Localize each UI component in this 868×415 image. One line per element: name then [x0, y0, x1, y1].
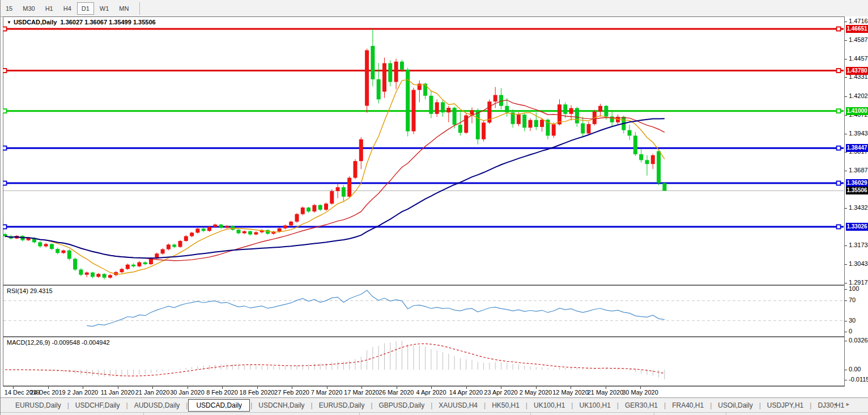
- macd-axis-tick: 0.00: [849, 366, 861, 372]
- rsi-canvas[interactable]: [3, 285, 845, 337]
- time-axis-label: 2 May 2020: [520, 389, 552, 396]
- timeframe-button-M30[interactable]: M30: [18, 2, 39, 15]
- rsi-axis-tick: 70: [849, 297, 856, 303]
- macd-indicator-panel[interactable]: MACD(12,26,9) -0.009548 -0.004942: [3, 337, 845, 386]
- price-chart-canvas[interactable]: [3, 16, 845, 285]
- tab-separator: |: [617, 401, 619, 409]
- time-axis-label: 26 Mar 2020: [379, 389, 414, 396]
- rsi-indicator-panel[interactable]: RSI(14) 29.4315: [3, 285, 845, 337]
- chart-tab-usoil-daily[interactable]: USOil,Daily: [712, 400, 758, 411]
- timeframe-button-H4[interactable]: H4: [59, 2, 76, 15]
- time-axis-label: 2 Jan 2020: [67, 389, 98, 396]
- time-axis-label: 30 May 2020: [622, 389, 658, 396]
- chart-tab-eurusd-daily[interactable]: EURUSD,Daily: [313, 400, 371, 411]
- time-axis-label: 30 Jan 2020: [170, 389, 205, 396]
- price-axis[interactable]: 1.471651.458701.445751.433151.420201.407…: [845, 16, 868, 386]
- tab-separator: |: [571, 401, 573, 409]
- chart-tab-usdcnh-daily[interactable]: USDCNH,Daily: [253, 400, 310, 411]
- rsi-axis-tick: 0: [849, 328, 852, 334]
- chart-tab-usdcad-daily[interactable]: USDCAD,Daily: [188, 399, 250, 412]
- time-axis-label: 23 Apr 2020: [484, 389, 517, 396]
- tab-separator: |: [710, 401, 712, 409]
- time-axis-label: 27 Feb 2020: [274, 389, 309, 396]
- price-chart-panel[interactable]: ▼USDCAD,Daily 1.36027 1.36067 1.35499 1.…: [3, 16, 845, 285]
- time-axis-label: 18 Feb 2020: [240, 389, 275, 396]
- chart-tab-usdjpy-h1[interactable]: USDJPY,H1: [761, 400, 809, 411]
- time-axis-label: 24 Dec 2019: [30, 389, 65, 396]
- time-axis-label: 12 May 2020: [552, 389, 589, 396]
- current-price-badge: 1.35506: [846, 187, 868, 194]
- tab-scroll-arrows[interactable]: ◄►: [832, 401, 858, 407]
- time-axis[interactable]: 14 Dec 201924 Dec 20192 Jan 202011 Jan 2…: [3, 386, 845, 398]
- chart-tab-gbpusd-daily[interactable]: GBPUSD,Daily: [373, 400, 431, 411]
- timeframe-button-15[interactable]: 15: [1, 2, 17, 15]
- trading-terminal-window: 15M30H1H4D1W1MN ▼USDCAD,Daily 1.36027 1.…: [0, 0, 868, 415]
- price-level-badge: 1.38447: [846, 144, 868, 152]
- time-axis-label: 11 Jan 2020: [101, 389, 135, 396]
- chart-tab-fra40-h1[interactable]: FRA40,H1: [666, 400, 709, 411]
- price-axis-tick: 1.31730: [849, 242, 868, 248]
- macd-axis-tick: 0.032658: [849, 337, 868, 344]
- rsi-axis-tick: 100: [849, 285, 859, 292]
- price-level-badge: 1.36029: [846, 179, 868, 187]
- price-axis-tick: 1.36875: [849, 167, 868, 173]
- macd-signal-line: [5, 344, 665, 376]
- tab-separator: |: [759, 401, 761, 409]
- price-axis-tick: 1.45870: [849, 36, 868, 43]
- chart-tab-hk50-h1[interactable]: HK50,H1: [486, 400, 525, 411]
- moving-average-line: [5, 100, 665, 261]
- timeframe-toolbar: 15M30H1H4D1W1MN: [1, 0, 868, 17]
- chart-title: ▼USDCAD,Daily 1.36027 1.36067 1.35499 1.…: [7, 19, 156, 26]
- time-axis-label: 8 Feb 2020: [206, 389, 238, 396]
- timeframe-button-MN[interactable]: MN: [114, 2, 133, 15]
- timeframe-button-H1[interactable]: H1: [41, 2, 58, 15]
- chart-tab-uk100-h1[interactable]: UK100,H1: [573, 400, 616, 411]
- timeframe-button-D1[interactable]: D1: [77, 2, 94, 15]
- tab-separator: |: [810, 401, 811, 409]
- time-axis-label: 21 Jan 2020: [135, 389, 170, 396]
- price-level-badge: 1.43780: [846, 67, 868, 75]
- price-axis-tick: 1.34320: [849, 204, 868, 211]
- tab-separator: |: [67, 401, 69, 409]
- macd-axis-tick: -0.011558: [849, 376, 868, 383]
- price-axis-tick: 1.39430: [849, 130, 868, 137]
- status-bar-edge: [1, 412, 868, 415]
- price-axis-tick: 1.47165: [849, 18, 868, 24]
- macd-canvas[interactable]: [3, 337, 845, 386]
- timeframe-button-W1[interactable]: W1: [95, 2, 114, 15]
- tab-separator: |: [484, 401, 486, 409]
- moving-average-line: [5, 118, 665, 258]
- chart-tab-eurusd-daily[interactable]: EURUSD,Daily: [10, 400, 67, 411]
- tab-separator: |: [250, 401, 252, 409]
- price-axis-tick: 1.29175: [849, 279, 868, 286]
- chart-tab-uk100-h1[interactable]: UK100,H1: [528, 400, 571, 411]
- chart-tab-usdchf-daily[interactable]: USDCHF,Daily: [70, 400, 126, 411]
- time-axis-label: 21 May 2020: [588, 389, 624, 396]
- chart-tab-audusd-daily[interactable]: AUDUSD,Daily: [129, 400, 186, 411]
- tab-separator: |: [664, 401, 666, 409]
- chart-tab-ger30-h1[interactable]: GER30,H1: [619, 400, 663, 411]
- tab-separator: |: [126, 401, 128, 409]
- price-axis-tick: 1.30435: [849, 260, 868, 267]
- chart-ohlc-values: 1.36027 1.36067 1.35499 1.35506: [60, 19, 155, 26]
- rsi-label: RSI(14) 29.4315: [7, 287, 53, 294]
- time-axis-label: 14 Apr 2020: [449, 389, 483, 396]
- price-level-badge: 1.46651: [846, 25, 868, 33]
- chart-tab-xauusd-h4[interactable]: XAUUSD,H4: [433, 400, 483, 411]
- chart-dropdown-icon[interactable]: ▼: [7, 20, 11, 25]
- time-axis-label: 17 Mar 2020: [344, 389, 379, 396]
- price-axis-tick: 1.44575: [849, 55, 868, 62]
- price-level-badge: 1.41000: [846, 107, 868, 115]
- toolbar-separator: [139, 2, 140, 15]
- tab-separator: |: [186, 401, 188, 409]
- tab-separator: |: [431, 401, 432, 409]
- rsi-axis-tick: 30: [849, 317, 856, 324]
- tab-separator: |: [526, 401, 527, 409]
- time-axis-label: 4 Apr 2020: [416, 389, 446, 396]
- chart-symbol-label: USDCAD,Daily: [14, 19, 57, 26]
- price-axis-tick: 1.42020: [849, 92, 868, 99]
- time-axis-label: 7 Mar 2020: [311, 389, 343, 396]
- chart-tab-bar: EURUSD,Daily|USDCHF,Daily|AUDUSD,Daily|U…: [1, 397, 868, 412]
- macd-label: MACD(12,26,9) -0.009548 -0.004942: [7, 339, 110, 346]
- tab-separator: |: [311, 401, 313, 409]
